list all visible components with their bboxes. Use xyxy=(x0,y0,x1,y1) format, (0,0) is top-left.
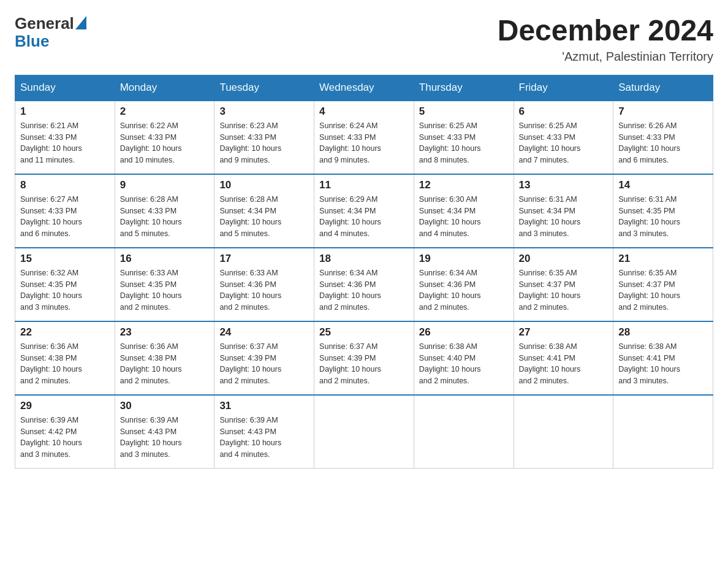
day-info: Sunrise: 6:38 AM Sunset: 4:40 PM Dayligh… xyxy=(419,341,509,387)
day-info: Sunrise: 6:23 AM Sunset: 4:33 PM Dayligh… xyxy=(219,120,309,166)
calendar-cell: 13 Sunrise: 6:31 AM Sunset: 4:34 PM Dayl… xyxy=(514,174,613,248)
calendar-cell xyxy=(514,395,613,469)
calendar-cell: 16 Sunrise: 6:33 AM Sunset: 4:35 PM Dayl… xyxy=(115,248,214,321)
calendar-cell: 1 Sunrise: 6:21 AM Sunset: 4:33 PM Dayli… xyxy=(15,101,115,174)
calendar-cell: 7 Sunrise: 6:26 AM Sunset: 4:33 PM Dayli… xyxy=(613,101,713,174)
calendar-cell: 14 Sunrise: 6:31 AM Sunset: 4:35 PM Dayl… xyxy=(613,174,713,248)
day-number: 28 xyxy=(618,326,708,339)
calendar-cell: 30 Sunrise: 6:39 AM Sunset: 4:43 PM Dayl… xyxy=(115,395,214,469)
day-number: 20 xyxy=(519,253,609,265)
day-info: Sunrise: 6:39 AM Sunset: 4:43 PM Dayligh… xyxy=(219,415,309,461)
day-info: Sunrise: 6:34 AM Sunset: 4:36 PM Dayligh… xyxy=(419,267,509,313)
calendar-cell: 4 Sunrise: 6:24 AM Sunset: 4:33 PM Dayli… xyxy=(314,101,414,174)
calendar-cell: 26 Sunrise: 6:38 AM Sunset: 4:40 PM Dayl… xyxy=(414,321,514,395)
logo-blue-text: Blue xyxy=(15,33,86,50)
day-number: 21 xyxy=(618,253,708,265)
day-info: Sunrise: 6:35 AM Sunset: 4:37 PM Dayligh… xyxy=(618,267,708,313)
week-row-5: 29 Sunrise: 6:39 AM Sunset: 4:42 PM Dayl… xyxy=(15,395,713,469)
day-info: Sunrise: 6:39 AM Sunset: 4:43 PM Dayligh… xyxy=(120,415,210,461)
day-info: Sunrise: 6:30 AM Sunset: 4:34 PM Dayligh… xyxy=(419,194,509,240)
col-friday: Friday xyxy=(514,75,613,101)
svg-marker-0 xyxy=(75,16,86,29)
day-info: Sunrise: 6:34 AM Sunset: 4:36 PM Dayligh… xyxy=(319,267,409,313)
day-info: Sunrise: 6:33 AM Sunset: 4:36 PM Dayligh… xyxy=(219,267,309,313)
day-info: Sunrise: 6:35 AM Sunset: 4:37 PM Dayligh… xyxy=(519,267,609,313)
day-number: 7 xyxy=(618,105,708,118)
day-number: 2 xyxy=(120,105,210,118)
day-number: 16 xyxy=(120,253,210,265)
day-info: Sunrise: 6:21 AM Sunset: 4:33 PM Dayligh… xyxy=(20,120,110,166)
day-number: 18 xyxy=(319,253,409,265)
calendar-cell: 28 Sunrise: 6:38 AM Sunset: 4:41 PM Dayl… xyxy=(613,321,713,395)
day-number: 8 xyxy=(20,179,110,191)
day-info: Sunrise: 6:22 AM Sunset: 4:33 PM Dayligh… xyxy=(120,120,210,166)
calendar-cell: 15 Sunrise: 6:32 AM Sunset: 4:35 PM Dayl… xyxy=(15,248,115,321)
calendar-cell xyxy=(314,395,414,469)
day-info: Sunrise: 6:24 AM Sunset: 4:33 PM Dayligh… xyxy=(319,120,409,166)
day-number: 23 xyxy=(120,326,210,339)
day-number: 31 xyxy=(219,400,309,412)
calendar-cell xyxy=(414,395,514,469)
col-sunday: Sunday xyxy=(15,75,115,101)
day-number: 9 xyxy=(120,179,210,191)
calendar-cell: 6 Sunrise: 6:25 AM Sunset: 4:33 PM Dayli… xyxy=(514,101,613,174)
day-info: Sunrise: 6:38 AM Sunset: 4:41 PM Dayligh… xyxy=(618,341,708,387)
day-info: Sunrise: 6:29 AM Sunset: 4:34 PM Dayligh… xyxy=(319,194,409,240)
day-number: 6 xyxy=(519,105,609,118)
day-number: 10 xyxy=(219,179,309,191)
logo: General Blue xyxy=(15,15,86,50)
calendar-body: 1 Sunrise: 6:21 AM Sunset: 4:33 PM Dayli… xyxy=(15,101,713,469)
day-info: Sunrise: 6:36 AM Sunset: 4:38 PM Dayligh… xyxy=(120,341,210,387)
calendar-table: Sunday Monday Tuesday Wednesday Thursday… xyxy=(15,75,713,469)
calendar-cell: 2 Sunrise: 6:22 AM Sunset: 4:33 PM Dayli… xyxy=(115,101,214,174)
calendar-cell xyxy=(613,395,713,469)
calendar-cell: 17 Sunrise: 6:33 AM Sunset: 4:36 PM Dayl… xyxy=(214,248,314,321)
page-header: General Blue December 2024 'Azmut, Pales… xyxy=(15,15,713,64)
calendar-cell: 9 Sunrise: 6:28 AM Sunset: 4:33 PM Dayli… xyxy=(115,174,214,248)
title-block: December 2024 'Azmut, Palestinian Territ… xyxy=(498,15,713,64)
day-info: Sunrise: 6:38 AM Sunset: 4:41 PM Dayligh… xyxy=(519,341,609,387)
day-info: Sunrise: 6:28 AM Sunset: 4:33 PM Dayligh… xyxy=(120,194,210,240)
calendar-cell: 24 Sunrise: 6:37 AM Sunset: 4:39 PM Dayl… xyxy=(214,321,314,395)
col-wednesday: Wednesday xyxy=(314,75,414,101)
day-number: 29 xyxy=(20,400,110,412)
day-info: Sunrise: 6:27 AM Sunset: 4:33 PM Dayligh… xyxy=(20,194,110,240)
day-info: Sunrise: 6:37 AM Sunset: 4:39 PM Dayligh… xyxy=(219,341,309,387)
calendar-cell: 8 Sunrise: 6:27 AM Sunset: 4:33 PM Dayli… xyxy=(15,174,115,248)
calendar-cell: 23 Sunrise: 6:36 AM Sunset: 4:38 PM Dayl… xyxy=(115,321,214,395)
day-info: Sunrise: 6:26 AM Sunset: 4:33 PM Dayligh… xyxy=(618,120,708,166)
day-info: Sunrise: 6:39 AM Sunset: 4:42 PM Dayligh… xyxy=(20,415,110,461)
day-info: Sunrise: 6:25 AM Sunset: 4:33 PM Dayligh… xyxy=(519,120,609,166)
day-info: Sunrise: 6:32 AM Sunset: 4:35 PM Dayligh… xyxy=(20,267,110,313)
day-number: 1 xyxy=(20,105,110,118)
calendar-cell: 3 Sunrise: 6:23 AM Sunset: 4:33 PM Dayli… xyxy=(214,101,314,174)
calendar-cell: 20 Sunrise: 6:35 AM Sunset: 4:37 PM Dayl… xyxy=(514,248,613,321)
calendar-cell: 31 Sunrise: 6:39 AM Sunset: 4:43 PM Dayl… xyxy=(214,395,314,469)
day-number: 22 xyxy=(20,326,110,339)
day-number: 11 xyxy=(319,179,409,191)
calendar-cell: 12 Sunrise: 6:30 AM Sunset: 4:34 PM Dayl… xyxy=(414,174,514,248)
calendar-cell: 25 Sunrise: 6:37 AM Sunset: 4:39 PM Dayl… xyxy=(314,321,414,395)
day-number: 19 xyxy=(419,253,509,265)
day-info: Sunrise: 6:33 AM Sunset: 4:35 PM Dayligh… xyxy=(120,267,210,313)
calendar-cell: 22 Sunrise: 6:36 AM Sunset: 4:38 PM Dayl… xyxy=(15,321,115,395)
week-row-4: 22 Sunrise: 6:36 AM Sunset: 4:38 PM Dayl… xyxy=(15,321,713,395)
calendar-cell: 10 Sunrise: 6:28 AM Sunset: 4:34 PM Dayl… xyxy=(214,174,314,248)
day-number: 30 xyxy=(120,400,210,412)
col-monday: Monday xyxy=(115,75,214,101)
day-info: Sunrise: 6:31 AM Sunset: 4:35 PM Dayligh… xyxy=(618,194,708,240)
header-row: Sunday Monday Tuesday Wednesday Thursday… xyxy=(15,75,713,101)
col-saturday: Saturday xyxy=(613,75,713,101)
col-thursday: Thursday xyxy=(414,75,514,101)
day-number: 17 xyxy=(219,253,309,265)
day-number: 13 xyxy=(519,179,609,191)
calendar-cell: 11 Sunrise: 6:29 AM Sunset: 4:34 PM Dayl… xyxy=(314,174,414,248)
day-number: 5 xyxy=(419,105,509,118)
day-number: 12 xyxy=(419,179,509,191)
day-number: 4 xyxy=(319,105,409,118)
day-info: Sunrise: 6:37 AM Sunset: 4:39 PM Dayligh… xyxy=(319,341,409,387)
week-row-1: 1 Sunrise: 6:21 AM Sunset: 4:33 PM Dayli… xyxy=(15,101,713,174)
logo-general-text: General xyxy=(15,15,74,33)
calendar-cell: 19 Sunrise: 6:34 AM Sunset: 4:36 PM Dayl… xyxy=(414,248,514,321)
calendar-header: Sunday Monday Tuesday Wednesday Thursday… xyxy=(15,75,713,101)
